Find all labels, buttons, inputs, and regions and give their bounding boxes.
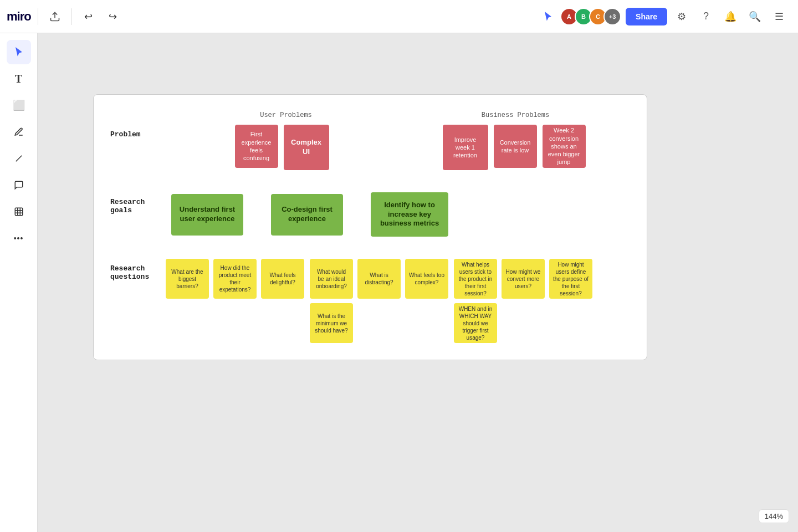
question-group-2-row1: What would be an ideal onboarding? What … — [310, 259, 448, 299]
question-group-3: What helps users stick to the product in… — [454, 259, 592, 343]
q3-2[interactable]: How might we convert more users? — [502, 259, 545, 299]
avatars-group: A B C +3 — [560, 8, 621, 25]
col-header-business: Business Problems — [401, 111, 630, 119]
help-icon[interactable]: ? — [696, 7, 716, 27]
question-group-1-row: What are the biggest barriers? How did t… — [166, 259, 304, 299]
settings-icon[interactable]: ⚙ — [672, 7, 692, 27]
pen-tool-button[interactable] — [7, 120, 31, 144]
business-problem-stickies: Improve week 1 retention Conversion rate… — [398, 125, 630, 170]
line-tool-button[interactable] — [7, 146, 31, 171]
sticky-retention[interactable]: Improve week 1 retention — [443, 125, 488, 170]
notifications-icon[interactable]: 🔔 — [720, 7, 740, 27]
q1-1[interactable]: What are the biggest barriers? — [166, 259, 209, 299]
research-goals-label: Research goals — [110, 192, 166, 214]
question-group-3-row2: WHEN and in WHICH WAY should we trigger … — [454, 303, 592, 343]
q1-3[interactable]: What feels delightful? — [261, 259, 304, 299]
goal-3[interactable]: Identify how to increase key business me… — [371, 192, 448, 237]
board: User Problems Business Problems Problem … — [93, 94, 647, 360]
frame-tool-button[interactable] — [7, 200, 31, 224]
q2-1[interactable]: What would be an ideal onboarding? — [310, 259, 353, 299]
svg-line-1 — [16, 156, 22, 162]
q3-3[interactable]: How might users define the purpose of th… — [549, 259, 592, 299]
question-group-3-row1: What helps users stick to the product in… — [454, 259, 592, 299]
canvas[interactable]: User Problems Business Problems Problem … — [38, 33, 798, 532]
q3-4[interactable]: WHEN and in WHICH WAY should we trigger … — [454, 303, 497, 343]
redo-button[interactable]: ↪ — [103, 7, 123, 27]
research-questions-row: Research questions What are the biggest … — [110, 259, 630, 343]
q2-4[interactable]: What is the minimum we should have? — [310, 303, 353, 343]
topbar-left: miro ↩ ↪ — [0, 7, 130, 27]
goal-1[interactable]: Understand first user experience — [171, 194, 243, 236]
comment-tool-button[interactable] — [7, 173, 31, 197]
topbar: miro ↩ ↪ A B C +3 Share ⚙ ? 🔔 🔍 ☰ — [0, 0, 798, 33]
q3-1[interactable]: What helps users stick to the product in… — [454, 259, 497, 299]
question-group-2-row2: What is the minimum we should have? — [310, 303, 448, 343]
q2-3[interactable]: What feels too complex? — [405, 259, 448, 299]
svg-rect-2 — [15, 208, 23, 216]
cursor-tool-button[interactable] — [7, 40, 31, 64]
research-goals-row: Research goals Understand first user exp… — [110, 192, 630, 237]
undo-button[interactable]: ↩ — [79, 7, 99, 27]
sticky-complex-ui[interactable]: Complex UI — [284, 125, 329, 170]
search-icon[interactable]: 🔍 — [745, 7, 765, 27]
questions-content: What are the biggest barriers? How did t… — [166, 259, 630, 343]
column-headers: User Problems Business Problems — [110, 111, 630, 119]
question-group-1: What are the biggest barriers? How did t… — [166, 259, 304, 343]
text-tool-button[interactable]: T — [7, 66, 31, 91]
avatar-count: +3 — [603, 8, 621, 25]
menu-icon[interactable]: ☰ — [769, 7, 789, 27]
col-header-user: User Problems — [171, 111, 401, 119]
question-group-2: What would be an ideal onboarding? What … — [310, 259, 448, 343]
sticky-conversion[interactable]: Conversion rate is low — [494, 125, 537, 168]
share-button[interactable]: Share — [626, 8, 667, 25]
export-button[interactable] — [45, 7, 65, 27]
q1-2[interactable]: How did the product meet their expetatio… — [213, 259, 257, 299]
goals-content: Understand first user experience Co-desi… — [166, 192, 630, 237]
research-questions-label: Research questions — [110, 259, 166, 281]
topbar-right: A B C +3 Share ⚙ ? 🔔 🔍 ☰ — [531, 7, 798, 27]
topbar-separator2 — [71, 8, 72, 25]
sticky-tool-button[interactable]: ⬜ — [7, 93, 31, 117]
sticky-first-experience[interactable]: First experience feels confusing — [235, 125, 278, 168]
more-tools-button[interactable]: ••• — [7, 226, 31, 250]
goal-2[interactable]: Co-design first experience — [271, 194, 343, 236]
miro-logo[interactable]: miro — [7, 9, 31, 24]
sticky-week2[interactable]: Week 2 conversion shows an even bigger j… — [543, 125, 586, 168]
q2-2[interactable]: What is distracting? — [357, 259, 401, 299]
problem-content: First experience feels confusing Complex… — [166, 125, 630, 170]
zoom-level: 144% — [759, 509, 789, 523]
sidebar: T ⬜ ••• — [0, 33, 38, 532]
user-problem-stickies: First experience feels confusing Complex… — [166, 125, 398, 170]
problem-row: Problem First experience feels confusing… — [110, 125, 630, 170]
cursor-icon — [540, 9, 556, 24]
topbar-separator — [38, 8, 38, 25]
problem-label: Problem — [110, 125, 166, 139]
